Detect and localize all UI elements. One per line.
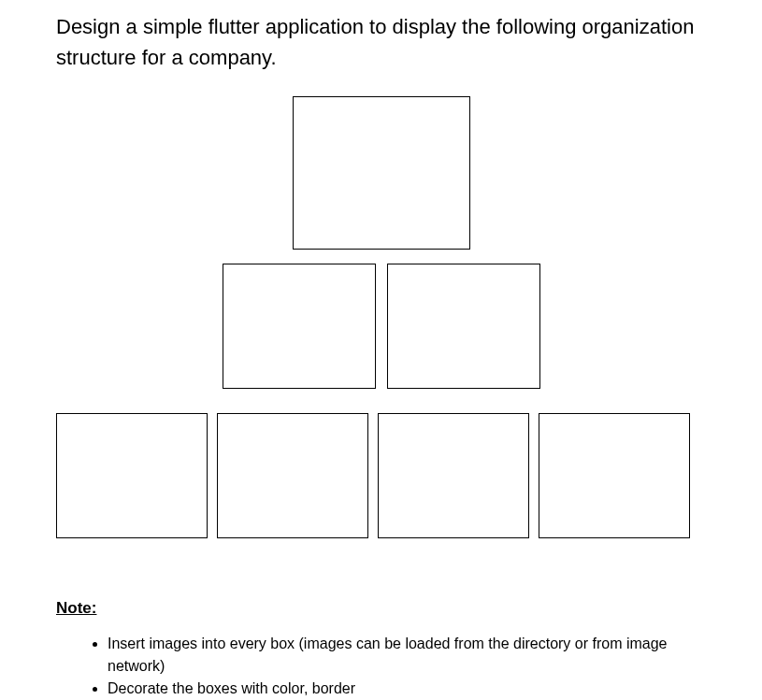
note-heading: Note:	[56, 599, 706, 618]
org-box-mid-1	[223, 264, 376, 389]
prompt-text: Design a simple flutter application to d…	[56, 11, 706, 73]
org-row-2	[56, 264, 706, 389]
org-box-bottom-4	[539, 413, 690, 538]
org-box-bottom-2	[217, 413, 368, 538]
note-item: Decorate the boxes with color, border	[108, 678, 706, 700]
note-item: Insert images into every box (images can…	[108, 633, 706, 678]
org-box-mid-2	[387, 264, 540, 389]
org-box-bottom-1	[56, 413, 208, 538]
org-box-top	[293, 96, 470, 250]
org-box-bottom-3	[378, 413, 529, 538]
note-list: Insert images into every box (images can…	[56, 633, 706, 700]
org-chart	[56, 96, 706, 538]
note-section: Note: Insert images into every box (imag…	[56, 599, 706, 700]
org-row-3	[56, 413, 706, 538]
org-row-1	[56, 96, 706, 250]
